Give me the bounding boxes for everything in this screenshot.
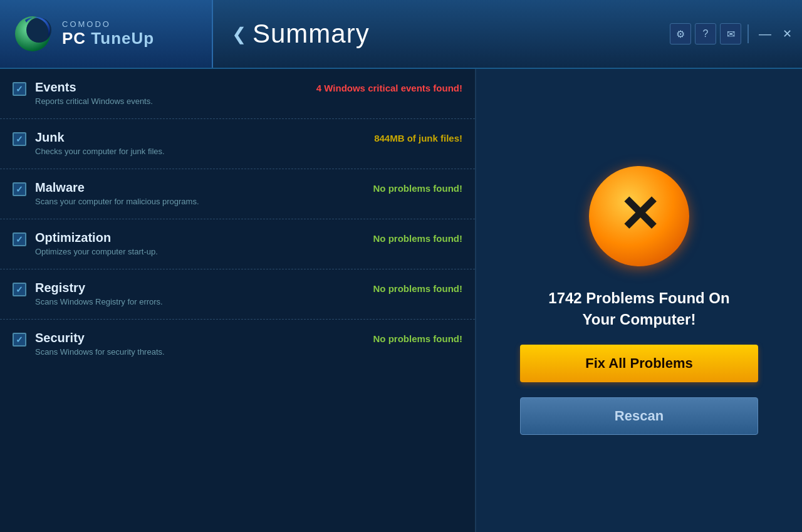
item-status: No problems found! xyxy=(312,281,462,294)
tuneup-label: TuneUp xyxy=(86,29,154,48)
back-arrow-icon[interactable]: ❮ xyxy=(232,24,246,44)
checkmark-icon: ✓ xyxy=(16,284,23,295)
item-content: Events Reports critical Windows events. xyxy=(35,80,312,106)
item-name: Optimization xyxy=(35,231,312,245)
item-content: Junk Checks your computer for junk files… xyxy=(35,130,312,156)
problems-count-line1: 1742 Problems Found On xyxy=(548,289,729,306)
comodo-logo-icon xyxy=(13,14,53,55)
page-title: Summary xyxy=(253,19,370,49)
item-content: Security Scans Windows for security thre… xyxy=(35,331,312,357)
checkbox-events[interactable]: ✓ xyxy=(13,82,26,96)
checkbox-area[interactable]: ✓ xyxy=(13,331,35,347)
divider xyxy=(747,24,749,43)
item-content: Malware Scans your computer for maliciou… xyxy=(35,180,312,206)
rescan-button[interactable]: Rescan xyxy=(520,397,758,435)
checkbox-area[interactable]: ✓ xyxy=(13,231,35,246)
checkmark-icon: ✓ xyxy=(16,134,23,144)
checkbox-malware[interactable]: ✓ xyxy=(13,182,26,196)
checkbox-area[interactable]: ✓ xyxy=(13,281,35,296)
help-icon: ? xyxy=(703,28,709,39)
checkmark-icon: ✓ xyxy=(16,335,23,345)
item-status: No problems found! xyxy=(312,231,462,244)
warning-circle: ✕ xyxy=(589,166,689,266)
checkbox-optimization[interactable]: ✓ xyxy=(13,232,26,246)
item-status: No problems found! xyxy=(312,180,462,194)
checkmark-icon: ✓ xyxy=(16,234,23,244)
feedback-icon: ✉ xyxy=(727,28,735,40)
checkmark-icon: ✓ xyxy=(16,184,23,194)
scan-item[interactable]: ✓ Junk Checks your computer for junk fil… xyxy=(0,119,475,169)
item-description: Scans Windows Registry for errors. xyxy=(35,297,312,306)
settings-button[interactable]: ⚙ xyxy=(670,23,691,44)
close-button[interactable]: ✕ xyxy=(779,27,796,41)
item-content: Registry Scans Windows Registry for erro… xyxy=(35,281,312,306)
logo-area: COMODO PC TuneUp xyxy=(0,0,213,68)
scan-item[interactable]: ✓ Security Scans Windows for security th… xyxy=(0,320,475,370)
checkbox-security[interactable]: ✓ xyxy=(13,333,26,347)
minimize-button[interactable]: — xyxy=(755,27,775,41)
item-status: No problems found! xyxy=(312,331,462,344)
summary-panel: ✕ 1742 Problems Found On Your Computer! … xyxy=(476,69,802,532)
title-section: ❮ Summary xyxy=(213,19,370,49)
problems-count-line2: Your Computer! xyxy=(583,311,696,328)
titlebar-controls: ⚙ ? ✉ — ✕ xyxy=(670,23,802,44)
item-description: Checks your computer for junk files. xyxy=(35,147,312,156)
scan-list: ✓ Events Reports critical Windows events… xyxy=(0,69,476,532)
fix-all-problems-button[interactable]: Fix All Problems xyxy=(520,345,758,382)
item-name: Security xyxy=(35,331,312,345)
feedback-button[interactable]: ✉ xyxy=(720,23,741,44)
item-description: Scans Windows for security threats. xyxy=(35,347,312,357)
logo-text: COMODO PC TuneUp xyxy=(62,19,154,48)
pc-label: PC xyxy=(62,29,86,48)
item-name: Junk xyxy=(35,130,312,145)
item-content: Optimization Optimizes your computer sta… xyxy=(35,231,312,256)
gear-icon: ⚙ xyxy=(676,28,685,40)
x-icon: ✕ xyxy=(618,190,660,240)
checkbox-area[interactable]: ✓ xyxy=(13,130,35,146)
help-button[interactable]: ? xyxy=(695,23,716,44)
checkbox-junk[interactable]: ✓ xyxy=(13,132,26,146)
checkbox-registry[interactable]: ✓ xyxy=(13,283,26,296)
item-name: Events xyxy=(35,80,312,95)
item-description: Optimizes your computer start-up. xyxy=(35,247,312,256)
brand-name: COMODO xyxy=(62,19,154,29)
item-status: 4 Windows critical events found! xyxy=(312,80,462,93)
problems-found-text: 1742 Problems Found On Your Computer! xyxy=(548,288,729,330)
item-description: Reports critical Windows events. xyxy=(35,96,312,106)
checkmark-icon: ✓ xyxy=(16,84,23,94)
scan-item[interactable]: ✓ Optimization Optimizes your computer s… xyxy=(0,219,475,269)
item-status: 844MB of junk files! xyxy=(312,130,462,143)
scan-item[interactable]: ✓ Registry Scans Windows Registry for er… xyxy=(0,269,475,320)
item-description: Scans your computer for malicious progra… xyxy=(35,197,312,206)
scan-item[interactable]: ✓ Events Reports critical Windows events… xyxy=(0,69,475,119)
svg-point-1 xyxy=(26,18,51,43)
checkbox-area[interactable]: ✓ xyxy=(13,180,35,196)
checkbox-area[interactable]: ✓ xyxy=(13,80,35,96)
item-name: Malware xyxy=(35,180,312,195)
product-name: PC TuneUp xyxy=(62,29,154,48)
item-name: Registry xyxy=(35,281,312,295)
scan-item[interactable]: ✓ Malware Scans your computer for malici… xyxy=(0,169,475,219)
